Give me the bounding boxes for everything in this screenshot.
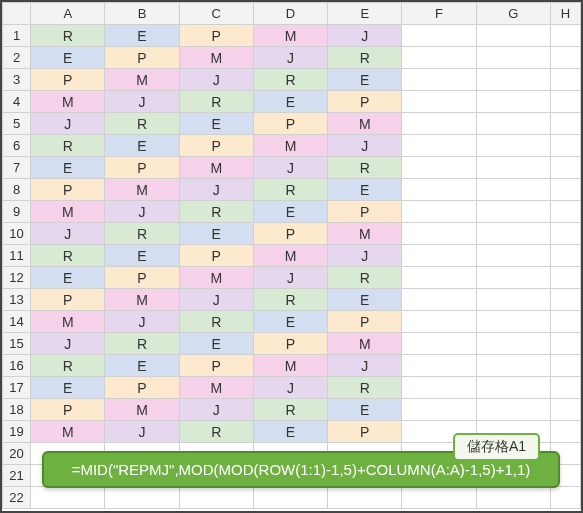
cell-C3[interactable]: J [179, 69, 253, 91]
cell-G6[interactable] [476, 135, 550, 157]
cell-B2[interactable]: P [105, 47, 179, 69]
cell-A6[interactable]: R [31, 135, 105, 157]
cell-B3[interactable]: M [105, 69, 179, 91]
cell-A10[interactable]: J [31, 223, 105, 245]
cell-D17[interactable]: J [253, 377, 327, 399]
cell-B12[interactable]: P [105, 267, 179, 289]
cell-B11[interactable]: E [105, 245, 179, 267]
cell-D9[interactable]: E [253, 201, 327, 223]
cell-E15[interactable]: M [328, 333, 402, 355]
cell-G4[interactable] [476, 91, 550, 113]
cell-H13[interactable] [550, 289, 580, 311]
cell-E16[interactable]: J [328, 355, 402, 377]
cell-B18[interactable]: M [105, 399, 179, 421]
cell-F3[interactable] [402, 69, 476, 91]
row-header-4[interactable]: 4 [3, 91, 31, 113]
cell-C22[interactable] [179, 487, 253, 509]
cell-D14[interactable]: E [253, 311, 327, 333]
cell-A8[interactable]: P [31, 179, 105, 201]
cell-C10[interactable]: E [179, 223, 253, 245]
cell-F12[interactable] [402, 267, 476, 289]
col-header-B[interactable]: B [105, 3, 179, 25]
cell-G18[interactable] [476, 399, 550, 421]
cell-D3[interactable]: R [253, 69, 327, 91]
cell-H10[interactable] [550, 223, 580, 245]
cell-E17[interactable]: R [328, 377, 402, 399]
cell-G16[interactable] [476, 355, 550, 377]
col-header-E[interactable]: E [328, 3, 402, 25]
cell-F1[interactable] [402, 25, 476, 47]
row-header-11[interactable]: 11 [3, 245, 31, 267]
cell-B15[interactable]: R [105, 333, 179, 355]
cell-A3[interactable]: P [31, 69, 105, 91]
cell-D19[interactable]: E [253, 421, 327, 443]
col-header-A[interactable]: A [31, 3, 105, 25]
row-header-5[interactable]: 5 [3, 113, 31, 135]
cell-B8[interactable]: M [105, 179, 179, 201]
cell-A4[interactable]: M [31, 91, 105, 113]
cell-C14[interactable]: R [179, 311, 253, 333]
cell-A2[interactable]: E [31, 47, 105, 69]
cell-B16[interactable]: E [105, 355, 179, 377]
cell-C2[interactable]: M [179, 47, 253, 69]
cell-C18[interactable]: J [179, 399, 253, 421]
cell-F14[interactable] [402, 311, 476, 333]
cell-H7[interactable] [550, 157, 580, 179]
cell-G12[interactable] [476, 267, 550, 289]
cell-H15[interactable] [550, 333, 580, 355]
cell-B1[interactable]: E [105, 25, 179, 47]
cell-G1[interactable] [476, 25, 550, 47]
cell-B6[interactable]: E [105, 135, 179, 157]
cell-F18[interactable] [402, 399, 476, 421]
cell-C7[interactable]: M [179, 157, 253, 179]
cell-A22[interactable] [31, 487, 105, 509]
cell-F11[interactable] [402, 245, 476, 267]
cell-E10[interactable]: M [328, 223, 402, 245]
row-header-3[interactable]: 3 [3, 69, 31, 91]
cell-H18[interactable] [550, 399, 580, 421]
cell-H11[interactable] [550, 245, 580, 267]
cell-F4[interactable] [402, 91, 476, 113]
cell-D10[interactable]: P [253, 223, 327, 245]
cell-F15[interactable] [402, 333, 476, 355]
cell-D1[interactable]: M [253, 25, 327, 47]
cell-E9[interactable]: P [328, 201, 402, 223]
row-header-9[interactable]: 9 [3, 201, 31, 223]
cell-G3[interactable] [476, 69, 550, 91]
cell-D6[interactable]: M [253, 135, 327, 157]
cell-E18[interactable]: E [328, 399, 402, 421]
cell-C4[interactable]: R [179, 91, 253, 113]
cell-H22[interactable] [550, 487, 580, 509]
cell-F17[interactable] [402, 377, 476, 399]
cell-F8[interactable] [402, 179, 476, 201]
cell-A13[interactable]: P [31, 289, 105, 311]
cell-H8[interactable] [550, 179, 580, 201]
cell-H17[interactable] [550, 377, 580, 399]
row-header-7[interactable]: 7 [3, 157, 31, 179]
cell-G15[interactable] [476, 333, 550, 355]
cell-E22[interactable] [328, 487, 402, 509]
cell-A15[interactable]: J [31, 333, 105, 355]
cell-B9[interactable]: J [105, 201, 179, 223]
cell-A12[interactable]: E [31, 267, 105, 289]
cell-B14[interactable]: J [105, 311, 179, 333]
row-header-21[interactable]: 21 [3, 465, 31, 487]
cell-H12[interactable] [550, 267, 580, 289]
cell-F10[interactable] [402, 223, 476, 245]
cell-H2[interactable] [550, 47, 580, 69]
cell-C12[interactable]: M [179, 267, 253, 289]
cell-F13[interactable] [402, 289, 476, 311]
cell-E13[interactable]: E [328, 289, 402, 311]
row-header-20[interactable]: 20 [3, 443, 31, 465]
row-header-19[interactable]: 19 [3, 421, 31, 443]
row-header-10[interactable]: 10 [3, 223, 31, 245]
cell-E5[interactable]: M [328, 113, 402, 135]
cell-H19[interactable] [550, 421, 580, 443]
cell-E6[interactable]: J [328, 135, 402, 157]
cell-C5[interactable]: E [179, 113, 253, 135]
cell-B5[interactable]: R [105, 113, 179, 135]
cell-C17[interactable]: M [179, 377, 253, 399]
cell-C16[interactable]: P [179, 355, 253, 377]
cell-A17[interactable]: E [31, 377, 105, 399]
cell-B13[interactable]: M [105, 289, 179, 311]
